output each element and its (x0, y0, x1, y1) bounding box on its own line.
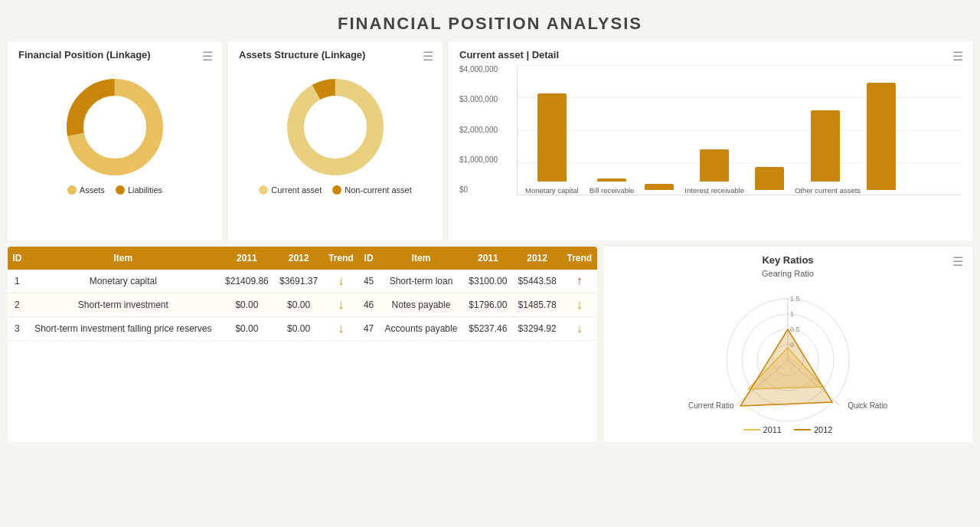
bar-group-bill: Bill receivable (590, 178, 635, 195)
table-header-row: ID Item 2011 2012 Trend ID Item 2011 201… (8, 247, 597, 270)
th-2011-2: 2011 (463, 247, 512, 270)
y-label-3: $1,000,000 (459, 155, 498, 164)
radar-legend-2011-line (743, 429, 760, 430)
bar-label-interest2: Interest receivable (684, 186, 744, 195)
key-ratios-card: ☰ Key Ratios Gearing Ratio 1.5 (603, 247, 972, 442)
bar-monetary (537, 93, 567, 182)
y-label-2: $2,000,000 (459, 126, 498, 134)
assets-structure-card: Assets Structure (Linkage) ☰ Current ass… (228, 41, 443, 241)
radar-quick-label: Quick Ratio (848, 401, 887, 410)
chart2-current-dot (259, 185, 268, 195)
chart1-legend-assets: Assets (67, 185, 105, 195)
table-header: ID Item 2011 2012 Trend ID Item 2011 201… (8, 247, 597, 270)
ratios-menu-icon[interactable]: ☰ (952, 254, 963, 269)
td-id2-r2: 46 (358, 293, 378, 317)
radar-scale-1: 1 (790, 310, 794, 318)
chart2-current-label: Current asset (271, 185, 322, 195)
radar-legend-2012-line (794, 429, 811, 430)
bar-chart-area: $4,000,000 $3,000,000 $2,000,000 $1,000,… (459, 65, 962, 218)
bar-other2 (867, 83, 896, 190)
td-2012-2-r1: $5443.58 (512, 270, 561, 293)
radar-scale-1.5: 1.5 (790, 295, 800, 303)
data-table: ID Item 2011 2012 Trend ID Item 2011 201… (8, 247, 597, 341)
chart2-menu-icon[interactable]: ☰ (423, 49, 433, 64)
chart1-menu-icon[interactable]: ☰ (202, 49, 213, 64)
radar-container: Gearing Ratio 1.5 1 0.5 0 (614, 269, 962, 434)
radar-scale-0.5: 0.5 (790, 326, 800, 333)
th-2012-2: 2012 (512, 247, 561, 270)
td-item2-r2: Notes payable (379, 293, 463, 317)
bar-group-interest1 (645, 184, 674, 195)
bar-label-other1: Other current assets (795, 186, 856, 195)
trend-down-icon: ↓ (338, 322, 344, 335)
radar-svg: 1.5 1 0.5 0 (688, 280, 887, 433)
chart2-noncurrent-label: Non-current asset (345, 185, 411, 195)
bar-bill (597, 178, 626, 182)
td-2012-r1: $3691.37 (274, 270, 323, 293)
bar-label-bill: Bill receivable (590, 186, 635, 195)
top-row: Financial Position (Linkage) ☰ Assets Li… (0, 41, 980, 241)
ratios-title: Key Ratios (614, 254, 962, 266)
chart2-donut-container: Current asset Non-current asset (239, 65, 432, 203)
chart2-legend-noncurrent: Non-current asset (332, 185, 411, 195)
table-row: 1 Monetary capital $21409.86 $3691.37 ↓ … (8, 270, 597, 293)
radar-legend: 2011 2012 (743, 425, 833, 434)
td-id1-r1: 1 (8, 270, 27, 293)
table-row: 2 Short-term investment $0.00 $0.00 ↓ 46… (8, 293, 597, 317)
td-trend1-r3: ↓ (323, 317, 358, 341)
y-label-4: $0 (459, 185, 498, 194)
bar-group-monetary: Monetary capital (525, 93, 579, 195)
bar-interest3 (755, 167, 784, 190)
y-label-0: $4,000,000 (459, 65, 498, 74)
chart2-legend-current: Current asset (259, 185, 322, 195)
td-item1-r2: Short-term investment (27, 293, 220, 317)
chart2-noncurrent-dot (332, 185, 341, 195)
trend-down-icon: ↓ (577, 322, 583, 335)
svg-point-2 (296, 87, 375, 167)
radar-legend-2011: 2011 (743, 425, 782, 434)
td-trend2-r1: ↑ (562, 270, 597, 293)
bottom-row: ID Item 2011 2012 Trend ID Item 2011 201… (0, 241, 980, 442)
td-item1-r3: Short-term investment falling price rese… (27, 317, 220, 341)
y-label-1: $3,000,000 (459, 95, 498, 103)
chart1-liabilities-dot (116, 185, 125, 195)
bar-other1 (811, 110, 840, 182)
current-asset-card: Current asset | Detail ☰ $4,000,000 $3,0… (449, 41, 972, 241)
trend-down-icon: ↓ (338, 274, 344, 287)
chart3-menu-icon[interactable]: ☰ (952, 49, 963, 64)
chart1-liabilities-label: Liabilities (128, 185, 162, 195)
bar-group-other1: Other current assets (795, 110, 856, 195)
radar-legend-2012-label: 2012 (814, 425, 832, 434)
page-title: FINANCIAL POSITION ANALYSIS (0, 0, 980, 41)
td-id2-r1: 45 (358, 270, 378, 293)
td-2012-r2: $0.00 (274, 293, 323, 317)
td-trend1-r1: ↓ (323, 270, 358, 293)
radar-legend-2011-label: 2011 (763, 425, 782, 434)
chart1-donut-container: Assets Liabilities (18, 65, 211, 203)
chart2-legend: Current asset Non-current asset (259, 185, 411, 195)
financial-position-card: Financial Position (Linkage) ☰ Assets Li… (8, 41, 222, 241)
th-id2: ID (358, 247, 378, 270)
trend-up-icon: ↑ (577, 274, 583, 287)
trend-down-icon: ↓ (338, 298, 344, 311)
td-2012-r3: $0.00 (274, 317, 323, 341)
th-id1: ID (8, 247, 27, 270)
td-item2-r3: Accounts payable (379, 317, 463, 341)
th-item2: Item (379, 247, 463, 270)
td-2011-2-r3: $5237.46 (463, 317, 512, 341)
td-2011-r3: $0.00 (220, 317, 274, 341)
td-2011-r1: $21409.86 (220, 270, 274, 293)
td-2011-2-r1: $3100.00 (463, 270, 512, 293)
chart1-legend: Assets Liabilities (67, 185, 162, 195)
y-axis-labels: $4,000,000 $3,000,000 $2,000,000 $1,000,… (459, 65, 498, 195)
bar-group-interest2: Interest receivable (684, 149, 744, 195)
radar-2012-polygon (740, 329, 832, 406)
td-trend2-r3: ↓ (562, 317, 597, 341)
chart3-title: Current asset | Detail (459, 49, 962, 61)
td-2011-r2: $0.00 (220, 293, 274, 317)
chart1-title: Financial Position (Linkage) (18, 49, 211, 61)
chart2-title: Assets Structure (Linkage) (239, 49, 432, 61)
radar-top-label: Gearing Ratio (614, 269, 962, 278)
td-id1-r3: 3 (8, 317, 27, 341)
trend-down-icon: ↓ (577, 298, 583, 311)
